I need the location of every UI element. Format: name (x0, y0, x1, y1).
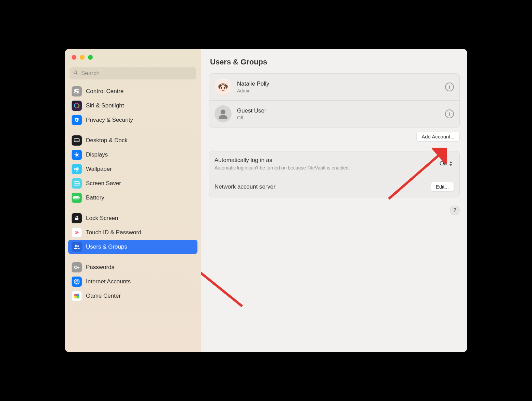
svg-point-42 (221, 87, 222, 89)
sidebar-item-control-centre[interactable]: Control Centre (68, 84, 197, 99)
svg-rect-8 (74, 139, 79, 142)
sidebar-item-privacy-security[interactable]: Privacy & Security (68, 113, 197, 127)
svg-rect-28 (75, 218, 78, 220)
svg-point-4 (75, 90, 76, 91)
auto-login-description: Automatic login can't be turned on becau… (215, 165, 350, 170)
user-name: Natalie Polly (237, 80, 269, 87)
user-info-button[interactable]: i (445, 109, 454, 118)
network-server-edit-button[interactable]: Edit... (431, 182, 454, 192)
page-title: Users & Groups (210, 58, 460, 66)
sidebar-item-label: Screen Saver (86, 180, 121, 187)
svg-line-46 (201, 264, 242, 306)
svg-line-16 (78, 156, 79, 157)
auto-login-row: Automatically log in as Automatic login … (209, 151, 459, 176)
network-server-row: Network account server Edit... (209, 176, 459, 197)
svg-point-19 (76, 168, 78, 170)
user-name: Guest User (237, 107, 266, 114)
auto-login-dropdown[interactable]: Off (438, 160, 454, 168)
user-info-button[interactable]: i (445, 83, 454, 91)
window-controls (65, 55, 201, 60)
sidebar-item-label: Internet Accounts (86, 278, 131, 285)
minimize-window-button[interactable] (80, 55, 85, 60)
avatar (215, 105, 232, 122)
touchid-icon (72, 227, 82, 238)
battery-icon (72, 193, 82, 203)
user-row[interactable]: Natalie Polly Admin i (209, 74, 459, 100)
passwords-icon (72, 262, 82, 272)
svg-line-17 (75, 156, 76, 157)
lock-screen-icon (72, 213, 82, 223)
sidebar-item-game-center[interactable]: Game Center (68, 289, 197, 303)
search-field[interactable] (70, 67, 196, 79)
svg-point-43 (224, 87, 225, 89)
network-server-label: Network account server (215, 183, 276, 190)
svg-rect-27 (74, 197, 78, 199)
close-window-button[interactable] (72, 55, 76, 60)
sidebar-item-lock-screen[interactable]: Lock Screen (68, 211, 197, 225)
sidebar-item-label: Lock Screen (86, 215, 118, 222)
privacy-icon (72, 115, 82, 125)
users-groups-icon (72, 242, 82, 252)
sidebar-item-label: Battery (86, 194, 104, 201)
svg-point-31 (74, 266, 77, 269)
sidebar-item-label: Privacy & Security (86, 117, 133, 123)
game-center-icon (72, 291, 82, 301)
desktop-dock-icon (72, 135, 82, 146)
sidebar-item-label: Game Center (86, 293, 121, 299)
search-input[interactable] (81, 70, 193, 77)
search-icon (73, 70, 78, 77)
sidebar-item-desktop-dock[interactable]: Desktop & Dock (68, 133, 197, 148)
sidebar-item-label: Touch ID & Password (86, 229, 142, 236)
svg-point-20 (76, 167, 78, 168)
svg-point-0 (74, 71, 77, 74)
svg-point-10 (75, 153, 78, 156)
svg-line-1 (76, 73, 77, 74)
add-account-button[interactable]: Add Account... (416, 132, 460, 142)
svg-line-15 (75, 153, 76, 154)
annotation-arrow (201, 255, 249, 310)
sidebar-item-internet-accounts[interactable]: @ Internet Accounts (68, 274, 197, 289)
sidebar-item-screen-saver[interactable]: Screen Saver (68, 176, 197, 191)
login-settings-panel: Automatically log in as Automatic login … (209, 151, 460, 197)
sidebar: Control Centre Siri & Spotlight Privacy … (65, 49, 201, 352)
screen-saver-icon (72, 178, 82, 189)
svg-text:@: @ (75, 280, 79, 284)
dropdown-value: Off (440, 160, 447, 167)
displays-icon (72, 150, 82, 160)
sidebar-item-siri-spotlight[interactable]: Siri & Spotlight (68, 99, 197, 113)
svg-point-30 (77, 245, 79, 247)
sidebar-item-battery[interactable]: Battery (68, 191, 197, 205)
sidebar-item-displays[interactable]: Displays (68, 148, 197, 162)
chevron-updown-icon (449, 161, 453, 166)
svg-point-5 (77, 92, 78, 93)
help-button[interactable]: ? (450, 206, 460, 215)
fullscreen-window-button[interactable] (88, 55, 93, 60)
sidebar-item-users-groups[interactable]: Users & Groups (68, 240, 197, 254)
auto-login-label: Automatically log in as (215, 157, 350, 164)
sidebar-item-label: Wallpaper (86, 166, 112, 173)
wallpaper-icon (72, 164, 82, 174)
sidebar-item-label: Passwords (86, 264, 114, 271)
sidebar-item-label: Displays (86, 151, 108, 158)
svg-point-21 (76, 170, 78, 172)
user-role: Admin (237, 88, 269, 93)
main-content: Users & Groups Natalie Polly Admin (201, 49, 467, 352)
svg-point-44 (221, 109, 225, 114)
svg-point-39 (76, 296, 79, 298)
internet-accounts-icon: @ (72, 277, 82, 287)
svg-rect-7 (76, 119, 77, 121)
svg-point-22 (74, 168, 76, 170)
sidebar-item-passwords[interactable]: Passwords (68, 260, 197, 274)
sidebar-item-touchid-password[interactable]: Touch ID & Password (68, 225, 197, 240)
svg-rect-33 (78, 267, 79, 269)
sidebar-item-label: Users & Groups (86, 243, 127, 250)
system-settings-window: Control Centre Siri & Spotlight Privacy … (65, 49, 467, 352)
svg-point-29 (75, 245, 77, 247)
sidebar-list: Control Centre Siri & Spotlight Privacy … (65, 83, 201, 305)
sidebar-item-wallpaper[interactable]: Wallpaper (68, 162, 197, 176)
svg-rect-26 (79, 197, 80, 198)
sidebar-item-label: Control Centre (86, 88, 124, 95)
user-row[interactable]: Guest User Off i (209, 100, 459, 127)
avatar (215, 78, 232, 95)
users-panel: Natalie Polly Admin i Guest User Off i (209, 73, 460, 128)
